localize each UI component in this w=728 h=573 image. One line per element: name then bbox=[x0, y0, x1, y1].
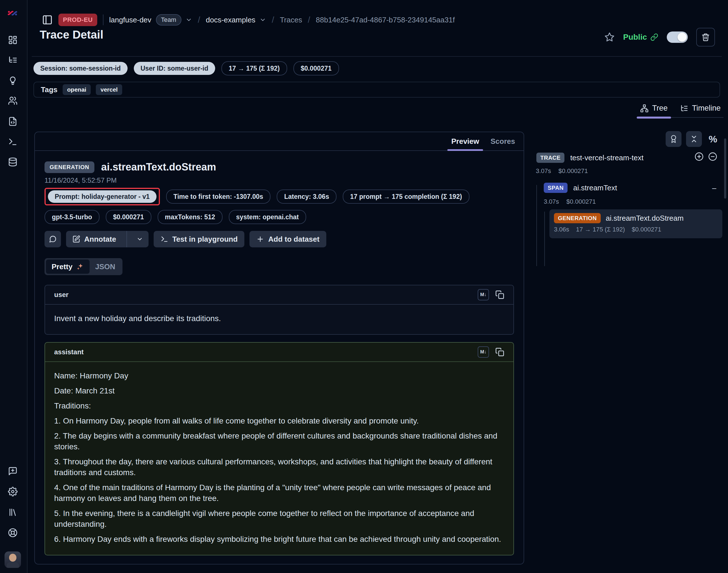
observation-title: ai.streamText.doStream bbox=[101, 161, 216, 173]
breadcrumb-org[interactable]: langfuse-dev bbox=[109, 16, 151, 24]
docs-library-icon[interactable] bbox=[8, 508, 17, 517]
plus-circle-icon[interactable] bbox=[694, 152, 704, 161]
annotate-dropdown-button[interactable] bbox=[131, 231, 149, 247]
user-id-badge[interactable]: User ID: some-user-id bbox=[134, 62, 215, 75]
user-message-header: user M↓ bbox=[45, 285, 513, 305]
dataset-label: Add to dataset bbox=[268, 235, 320, 244]
max-tokens-badge: maxTokens: 512 bbox=[158, 210, 223, 224]
public-link[interactable]: Public bbox=[623, 33, 658, 42]
tab-scores[interactable]: Scores bbox=[491, 132, 515, 150]
comment-button[interactable] bbox=[45, 231, 61, 247]
sidebar bbox=[0, 0, 27, 573]
breadcrumb-trace-id: 88b14e25-47ad-4867-b758-2349145aa31f bbox=[316, 16, 455, 24]
collapse-all-button[interactable] bbox=[686, 131, 702, 147]
span-node[interactable]: SPAN ai.streamText bbox=[544, 183, 617, 193]
percent-metrics-toggle[interactable]: % bbox=[709, 134, 717, 145]
database-icon[interactable] bbox=[8, 157, 17, 167]
tab-tree[interactable]: Tree bbox=[640, 104, 668, 113]
span-cost: $0.000271 bbox=[566, 198, 596, 205]
feedback-message-plus-icon[interactable] bbox=[8, 466, 17, 476]
view-tabs: Tree Timeline bbox=[637, 104, 723, 118]
assistant-message-card: assistant M↓ Name: Harmony Day Date: Mar… bbox=[45, 342, 514, 556]
trace-tree-panel: % TRACE test-vercel-stream-text 3.07s $0… bbox=[533, 129, 728, 573]
breadcrumb-separator: / bbox=[308, 15, 310, 25]
breadcrumb-section[interactable]: Traces bbox=[280, 16, 302, 24]
tag-openai[interactable]: openai bbox=[63, 84, 91, 95]
chevron-down-icon[interactable] bbox=[260, 16, 266, 23]
copy-icon[interactable] bbox=[495, 290, 504, 299]
scores-award-button[interactable] bbox=[666, 131, 681, 147]
markdown-toggle-icon[interactable]: M↓ bbox=[478, 289, 489, 300]
annotate-label: Annotate bbox=[84, 235, 116, 244]
chevron-down-icon[interactable] bbox=[185, 16, 192, 23]
copy-icon[interactable] bbox=[495, 348, 504, 357]
users-icon[interactable] bbox=[8, 96, 17, 106]
trace-node[interactable]: TRACE test-vercel-stream-text bbox=[537, 153, 643, 163]
trace-cost: $0.000271 bbox=[558, 167, 588, 175]
user-avatar[interactable] bbox=[5, 552, 21, 568]
user-message-content: Invent a new holiday and describe its tr… bbox=[45, 305, 513, 334]
session-badge[interactable]: Session: some-session-id bbox=[34, 62, 127, 75]
test-in-playground-button[interactable]: Test in playground bbox=[154, 231, 245, 247]
public-label: Public bbox=[623, 33, 647, 42]
span-latency: 3.07s bbox=[544, 198, 559, 205]
format-pretty-button[interactable]: Pretty bbox=[46, 260, 90, 274]
observation-badges-row-1: Prompt: holiday-generator - v1 Time to f… bbox=[45, 188, 514, 205]
tab-tree-label: Tree bbox=[652, 104, 668, 113]
assistant-message-header: assistant M↓ bbox=[45, 343, 513, 362]
tree-indent-guide bbox=[537, 185, 537, 266]
span-collapse-button[interactable]: − bbox=[712, 184, 717, 194]
tracing-icon[interactable] bbox=[8, 55, 17, 65]
cost-badge: $0.000271 bbox=[106, 210, 151, 224]
breadcrumb-project[interactable]: docs-examples bbox=[206, 16, 256, 24]
add-to-dataset-button[interactable]: Add to dataset bbox=[249, 231, 326, 247]
generation-badge: GENERATION bbox=[554, 213, 601, 223]
public-toggle[interactable] bbox=[667, 32, 688, 43]
markdown-toggle-icon[interactable]: M↓ bbox=[478, 346, 489, 358]
environment-badge[interactable]: PROD-EU bbox=[58, 14, 97, 26]
minus-circle-icon[interactable] bbox=[708, 152, 717, 161]
support-lifebuoy-icon[interactable] bbox=[8, 528, 17, 537]
trace-metrics: 3.07s $0.000271 bbox=[536, 167, 588, 175]
generation-node-selected[interactable]: GENERATION ai.streamText.doStream 3.06s … bbox=[549, 209, 722, 238]
annotate-button[interactable]: Annotate bbox=[66, 231, 149, 247]
timeline-list-icon bbox=[680, 104, 688, 113]
settings-gear-icon[interactable] bbox=[8, 487, 17, 497]
model-badge[interactable]: gpt-3.5-turbo bbox=[45, 210, 100, 224]
org-type-badge: Team bbox=[156, 14, 181, 25]
tags-label: Tags bbox=[41, 86, 58, 94]
message-role: user bbox=[54, 291, 69, 299]
prompt-badge[interactable]: Prompt: holiday-generator - v1 bbox=[48, 190, 157, 203]
pretty-label: Pretty bbox=[52, 262, 72, 271]
panel-tabs: Preview Scores bbox=[35, 132, 523, 151]
plus-icon bbox=[256, 235, 264, 243]
scrollbar-thumb[interactable] bbox=[724, 139, 726, 199]
terminal-icon bbox=[160, 235, 168, 243]
generation-metrics: 3.06s 17 → 175 (Σ 192) $0.000271 bbox=[554, 226, 718, 233]
tab-timeline-label: Timeline bbox=[692, 104, 721, 113]
generation-name: ai.streamText.doStream bbox=[606, 214, 684, 223]
cost-badge: $0.000271 bbox=[293, 61, 339, 75]
format-json-button[interactable]: JSON bbox=[90, 260, 121, 274]
dashboard-icon[interactable] bbox=[8, 35, 17, 45]
tag-vercel[interactable]: vercel bbox=[96, 84, 122, 95]
tree-panel-toolbar: % bbox=[666, 131, 717, 147]
datasets-file-code-icon[interactable] bbox=[8, 117, 17, 126]
observation-header: GENERATION ai.streamText.doStream bbox=[45, 161, 514, 173]
star-bookmark-icon[interactable] bbox=[604, 32, 615, 42]
latency-badge: Latency: 3.06s bbox=[277, 190, 336, 204]
prompts-lightbulb-icon[interactable] bbox=[8, 76, 17, 86]
sidebar-toggle-icon[interactable] bbox=[42, 14, 53, 25]
format-toggle: Pretty JSON bbox=[45, 258, 122, 275]
langfuse-logo-icon[interactable] bbox=[7, 7, 18, 19]
page-title: Trace Detail bbox=[40, 29, 104, 41]
tab-preview[interactable]: Preview bbox=[451, 132, 479, 150]
button-divider bbox=[126, 231, 127, 247]
playground-label: Test in playground bbox=[172, 235, 238, 244]
playground-terminal-icon[interactable] bbox=[8, 137, 17, 147]
observation-timestamp: 11/16/2024, 5:52:57 PM bbox=[45, 176, 514, 185]
tab-timeline[interactable]: Timeline bbox=[680, 104, 721, 113]
tree-network-icon bbox=[640, 104, 649, 113]
link-icon bbox=[650, 33, 658, 41]
delete-trace-button[interactable] bbox=[696, 28, 715, 47]
